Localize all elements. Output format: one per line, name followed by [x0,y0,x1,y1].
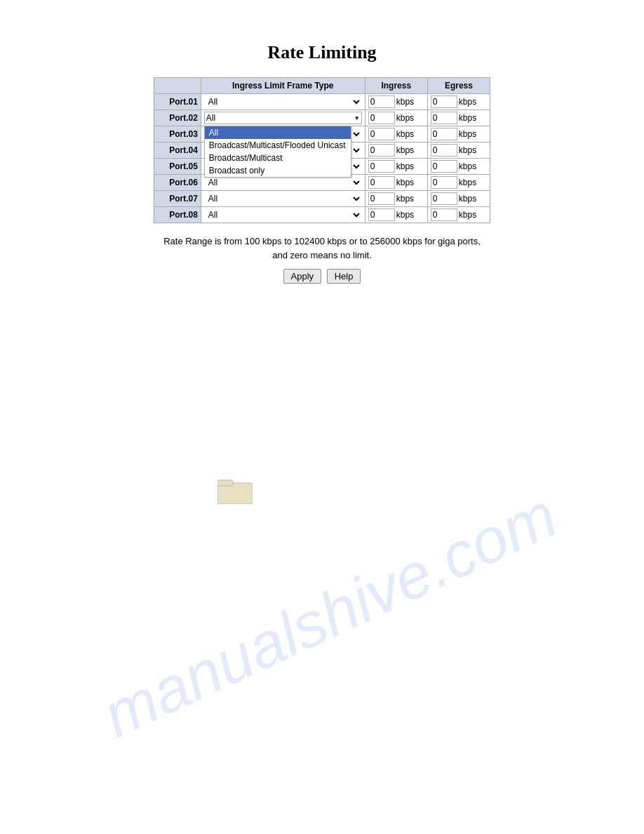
ingress-cell: kbps [365,110,427,126]
ingress-kbps-label: kbps [395,194,415,204]
frame-type-select[interactable]: AllBroadcast/Multicast/Flooded UnicastBr… [204,192,362,205]
ingress-kbps-label: kbps [395,178,415,187]
rate-limiting-table: Ingress Limit Frame Type Ingress Egress … [154,77,490,223]
egress-kbps-label: kbps [457,145,478,155]
info-line1: Rate Range is from 100 kbps to 102400 kb… [163,236,481,246]
egress-kbps-label: kbps [457,178,478,187]
ingress-cell: kbps [365,126,427,143]
egress-kbps-label: kbps [457,129,478,139]
egress-cell: kbps [427,191,490,207]
port-label: Port.02 [154,110,201,126]
egress-input[interactable] [431,160,457,173]
ingress-cell: kbps [365,207,427,223]
dropdown-item[interactable]: Broadcast/Multicast/Flooded Unicast [205,139,351,152]
dropdown-item[interactable]: Broadcast only [205,164,351,177]
frame-type-select[interactable]: AllBroadcast/Multicast/Flooded UnicastBr… [204,176,362,189]
table-row: Port.07AllBroadcast/Multicast/Flooded Un… [154,191,490,207]
table-row: Port.08AllBroadcast/Multicast/Flooded Un… [154,207,490,223]
egress-cell: kbps [427,110,490,126]
egress-kbps-label: kbps [457,161,478,171]
ingress-kbps-label: kbps [395,113,415,123]
egress-cell: kbps [427,143,490,159]
table-row: Port.02All▼AllBroadcast/Multicast/Floode… [154,110,490,126]
port-label: Port.07 [154,191,201,207]
egress-input[interactable] [431,128,457,140]
ingress-cell: kbps [365,94,427,110]
ingress-kbps-label: kbps [395,97,415,107]
dropdown-item[interactable]: Broadcast/Multicast [205,152,351,164]
egress-input[interactable] [431,208,457,221]
port-label: Port.04 [154,143,201,159]
table-row: Port.01AllBroadcast/Multicast/Flooded Un… [154,94,490,110]
egress-cell: kbps [427,207,490,223]
apply-button[interactable]: Apply [283,269,322,284]
egress-input[interactable] [431,95,457,108]
info-text: Rate Range is from 100 kbps to 102400 kb… [140,234,504,262]
egress-cell: kbps [427,159,490,175]
port-label: Port.01 [154,94,201,110]
col-header-ingress-limit: Ingress Limit Frame Type [201,78,365,94]
ingress-input[interactable] [368,176,395,189]
watermark: manualshive.com [92,479,568,752]
ingress-kbps-label: kbps [395,145,415,155]
ingress-input[interactable] [368,128,395,140]
ingress-input[interactable] [368,144,395,157]
folder-icon [217,477,253,504]
ingress-input[interactable] [368,192,395,205]
svg-rect-1 [217,480,233,486]
ingress-input[interactable] [368,160,395,173]
frame-type-cell: AllBroadcast/Multicast/Flooded UnicastBr… [201,207,365,223]
ingress-input[interactable] [368,112,395,124]
ingress-kbps-label: kbps [395,129,415,139]
ingress-cell: kbps [365,143,427,159]
table-wrapper: Ingress Limit Frame Type Ingress Egress … [0,77,644,223]
ingress-cell: kbps [365,191,427,207]
egress-input[interactable] [431,112,457,124]
port-label: Port.05 [154,159,201,175]
col-header-ingress: Ingress [365,78,427,94]
egress-input[interactable] [431,144,457,157]
egress-input[interactable] [431,176,457,189]
egress-cell: kbps [427,126,490,143]
port-label: Port.06 [154,175,201,191]
egress-cell: kbps [427,175,490,191]
info-line2: and zero means no limit. [272,250,372,260]
page-wrapper: Rate Limiting Ingress Limit Frame Type I… [0,0,644,834]
egress-kbps-label: kbps [457,113,478,123]
svg-rect-0 [217,483,253,504]
dropdown-item[interactable]: All [205,126,351,139]
ingress-kbps-label: kbps [395,210,415,220]
egress-kbps-label: kbps [457,97,478,107]
port-label: Port.08 [154,207,201,223]
col-header-port [154,78,201,94]
col-header-egress: Egress [427,78,490,94]
help-button[interactable]: Help [327,269,361,284]
ingress-cell: kbps [365,159,427,175]
frame-type-select[interactable]: AllBroadcast/Multicast/Flooded UnicastBr… [204,208,362,221]
ingress-input[interactable] [368,208,395,221]
ingress-input[interactable] [368,95,395,108]
ingress-cell: kbps [365,175,427,191]
frame-type-select[interactable]: AllBroadcast/Multicast/Flooded UnicastBr… [204,95,362,108]
frame-type-cell: AllBroadcast/Multicast/Flooded UnicastBr… [201,191,365,207]
frame-type-cell: All▼AllBroadcast/Multicast/Flooded Unica… [201,110,365,126]
page-title: Rate Limiting [0,0,644,77]
ingress-kbps-label: kbps [395,161,415,171]
egress-input[interactable] [431,192,457,205]
egress-kbps-label: kbps [457,194,478,204]
frame-type-cell: AllBroadcast/Multicast/Flooded UnicastBr… [201,94,365,110]
egress-kbps-label: kbps [457,210,478,220]
egress-cell: kbps [427,94,490,110]
button-row: Apply Help [0,269,644,284]
port-label: Port.03 [154,126,201,143]
